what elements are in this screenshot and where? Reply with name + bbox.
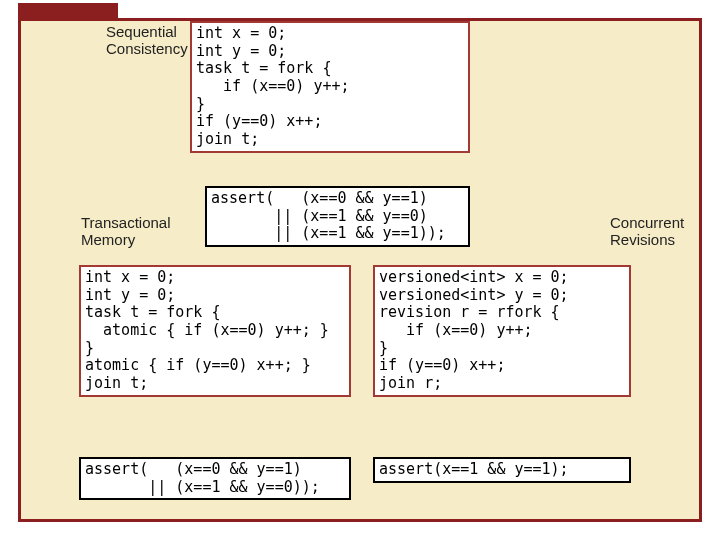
tm-assert: assert( (x==0 && y==1) || (x==1 && y==0)…: [79, 457, 351, 500]
seq-code: int x = 0; int y = 0; task t = fork { if…: [190, 21, 470, 153]
tm-code: int x = 0; int y = 0; task t = fork { at…: [79, 265, 351, 397]
cr-assert: assert(x==1 && y==1);: [373, 457, 631, 483]
label-concurrent: Concurrent Revisions: [610, 214, 684, 249]
label-sequential: Sequential Consistency: [106, 23, 188, 58]
seq-assert: assert( (x==0 && y==1) || (x==1 && y==0)…: [205, 186, 470, 247]
slide-frame: Sequential Consistency Transactional Mem…: [18, 18, 702, 522]
label-transactional: Transactional Memory: [81, 214, 171, 249]
cr-code: versioned<int> x = 0; versioned<int> y =…: [373, 265, 631, 397]
slide-tab: [18, 3, 118, 19]
